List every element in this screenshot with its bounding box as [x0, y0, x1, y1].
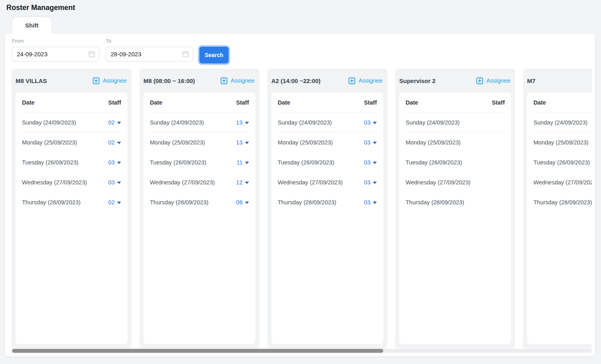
roster-date: Tuesday (26/09/2023): [150, 159, 206, 166]
add-assignee-button[interactable]: Assignee: [93, 77, 127, 84]
shift-title: M8 VILLAS: [16, 77, 47, 84]
staff-count: 03: [108, 159, 115, 166]
staff-dropdown[interactable]: 03: [364, 139, 377, 146]
chevron-down-icon: [373, 182, 377, 184]
from-field-group: From: [12, 38, 99, 61]
from-date-input[interactable]: [12, 47, 99, 61]
staff-count: 08: [236, 199, 243, 206]
staff-dropdown[interactable]: 02: [108, 139, 121, 146]
chevron-down-icon: [117, 202, 121, 204]
tab-shift-label: Shift: [25, 22, 38, 29]
assignee-label: Assignee: [358, 77, 382, 84]
add-assignee-button[interactable]: Assignee: [476, 77, 510, 84]
staff-count: 03: [364, 199, 370, 206]
staff-count: 03: [364, 159, 370, 166]
roster-date: Wednesday (27/09/2023): [278, 179, 343, 186]
roster-row: Tuesday (26/09/2023): [533, 152, 592, 172]
staff-count: 11: [237, 159, 243, 166]
staff-column-header: Staff: [492, 99, 505, 106]
plus-square-icon: [476, 77, 483, 84]
roster-row: Monday (25/09/2023): [406, 133, 505, 152]
staff-dropdown[interactable]: 03: [364, 159, 377, 166]
date-column-header: Date: [150, 99, 162, 106]
roster-date: Thursday (28/09/2023): [406, 199, 464, 206]
roster-date: Sunday (24/09/2023): [406, 119, 460, 126]
shift-panel: From To: [5, 34, 595, 356]
staff-dropdown[interactable]: 12: [236, 179, 249, 186]
chevron-down-icon: [245, 202, 249, 204]
staff-dropdown[interactable]: 03: [108, 159, 121, 166]
roster-row: Sunday (24/09/2023) 02: [22, 113, 121, 133]
filter-bar: From To: [12, 38, 229, 63]
staff-dropdown[interactable]: 03: [364, 199, 377, 206]
staff-dropdown[interactable]: 13: [236, 139, 249, 146]
roster-row: Monday (25/09/2023) 02: [22, 133, 121, 152]
from-label: From: [12, 38, 99, 44]
staff-count: 12: [236, 179, 243, 186]
shift-cards-viewport: M8 VILLAS Assignee Date Staff Sunday (24…: [12, 69, 592, 348]
roster-row: Wednesday (27/09/2023): [533, 172, 592, 192]
roster-row: Sunday (24/09/2023): [533, 113, 592, 133]
roster-date: Tuesday (26/09/2023): [406, 159, 462, 166]
chevron-down-icon: [245, 182, 249, 184]
shift-rows: Sunday (24/09/2023) 13 Monday (25/09/202…: [150, 113, 249, 212]
roster-date: Thursday (28/09/2023): [22, 199, 81, 206]
staff-column-header: Staff: [236, 99, 249, 106]
roster-row: Wednesday (27/09/2023): [406, 172, 505, 192]
roster-row: Thursday (28/09/2023): [406, 192, 505, 212]
staff-dropdown[interactable]: 03: [364, 119, 377, 126]
staff-dropdown[interactable]: 02: [108, 119, 121, 126]
tab-shift[interactable]: Shift: [12, 17, 52, 34]
shift-card: A2 (14:00 ~22:00) Assignee Date Staff Su…: [267, 69, 387, 348]
roster-row: Sunday (24/09/2023): [406, 113, 505, 133]
staff-dropdown[interactable]: 11: [237, 159, 249, 166]
shift-card: M8 VILLAS Assignee Date Staff Sunday (24…: [12, 69, 131, 348]
roster-row: Monday (25/09/2023) 13: [150, 133, 249, 152]
chevron-down-icon: [373, 142, 377, 144]
roster-table-header: Date Staff: [150, 93, 249, 113]
roster-table: Date Staff Sunday (24/09/2023) 13 Monday…: [143, 93, 255, 344]
chevron-down-icon: [117, 182, 121, 184]
page-title: Roster Management: [6, 4, 75, 12]
staff-count: 03: [364, 179, 370, 186]
roster-row: Wednesday (27/09/2023) 03: [22, 172, 121, 192]
to-date-input[interactable]: [105, 47, 193, 61]
roster-date: Tuesday (26/09/2023): [22, 159, 78, 166]
roster-row: Wednesday (27/09/2023) 12: [150, 172, 249, 192]
roster-row: Thursday (28/09/2023) 08: [150, 192, 249, 212]
roster-row: Tuesday (26/09/2023) 03: [22, 152, 121, 172]
shift-rows: Sunday (24/09/2023) Monday (25/09/2023) …: [533, 113, 592, 212]
staff-count: 02: [108, 199, 115, 206]
staff-dropdown[interactable]: 08: [236, 199, 249, 206]
roster-date: Thursday (28/09/2023): [533, 199, 592, 206]
shift-title: A2 (14:00 ~22:00): [271, 77, 320, 84]
roster-table: Date Staff Sunday (24/09/2023) Monday (2…: [527, 93, 592, 344]
add-assignee-button[interactable]: Assignee: [221, 77, 255, 84]
roster-row: Wednesday (27/09/2023) 03: [278, 172, 377, 192]
roster-date: Wednesday (27/09/2023): [150, 179, 215, 186]
roster-date: Sunday (24/09/2023): [22, 119, 76, 126]
chevron-down-icon: [117, 122, 121, 124]
roster-date: Wednesday (27/09/2023): [22, 179, 87, 186]
roster-row: Thursday (28/09/2023): [533, 192, 592, 212]
staff-dropdown[interactable]: 03: [364, 179, 377, 186]
roster-table: Date Staff Sunday (24/09/2023) Monday (2…: [399, 93, 511, 344]
add-assignee-button[interactable]: Assignee: [348, 77, 382, 84]
search-button[interactable]: Search: [199, 47, 229, 63]
staff-dropdown[interactable]: 03: [108, 179, 121, 186]
roster-row: Sunday (24/09/2023) 03: [278, 113, 377, 133]
staff-dropdown[interactable]: 13: [236, 119, 249, 126]
staff-dropdown[interactable]: 02: [108, 199, 121, 206]
roster-date: Sunday (24/09/2023): [533, 119, 587, 126]
roster-date: Monday (25/09/2023): [533, 139, 589, 146]
roster-row: Thursday (28/09/2023) 03: [278, 192, 377, 212]
shift-cards: M8 VILLAS Assignee Date Staff Sunday (24…: [12, 69, 592, 348]
shift-card-header: M7 Assignee: [523, 69, 592, 93]
roster-row: Sunday (24/09/2023) 13: [150, 113, 249, 133]
shift-card-header: A2 (14:00 ~22:00) Assignee: [267, 69, 387, 93]
horizontal-scrollbar-track[interactable]: [12, 349, 592, 353]
roster-date: Tuesday (26/09/2023): [533, 159, 590, 166]
shift-card-header: M8 VILLAS Assignee: [12, 69, 131, 93]
horizontal-scrollbar-thumb[interactable]: [12, 349, 383, 353]
shift-card-header: M8 (08:00 ~ 16:00) Assignee: [139, 69, 259, 93]
